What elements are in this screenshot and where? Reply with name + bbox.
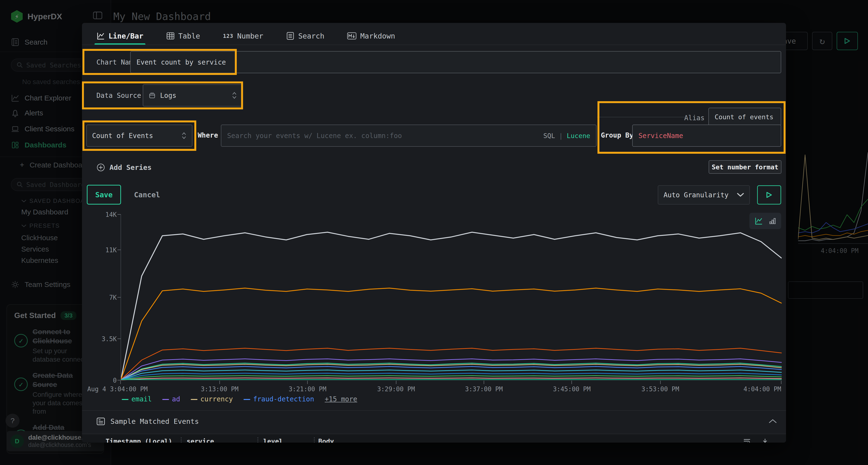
section-divider: [82, 410, 786, 411]
events-table-header: Timestamp (Local) service level Body: [82, 434, 786, 442]
lucene-toggle[interactable]: Lucene: [567, 132, 590, 139]
tab-label: Table: [179, 32, 200, 40]
download-icon[interactable]: [762, 438, 769, 442]
chart-legend: emailadcurrencyfraud-detection+15 more: [122, 395, 357, 403]
column-header-timestamp[interactable]: Timestamp (Local): [105, 437, 172, 442]
x-tick-label: 4:04:00 PM: [743, 386, 781, 393]
chevron-down-icon: [737, 193, 744, 197]
legend-item[interactable]: fraud-detection: [244, 395, 314, 403]
y-tick-label: 7K: [92, 294, 117, 301]
cancel-button[interactable]: Cancel: [131, 185, 163, 204]
legend-item[interactable]: ad: [162, 395, 180, 403]
where-label: Where: [198, 131, 218, 139]
x-tick-label: 3:13:00 PM: [201, 386, 239, 393]
column-separator[interactable]: [257, 437, 258, 442]
tab-label: Search: [298, 32, 324, 40]
select-chevrons-icon: [232, 91, 237, 100]
tab-table[interactable]: Table: [166, 27, 200, 44]
y-tick-label: 14K: [92, 211, 117, 218]
x-tick-label: 3:37:00 PM: [465, 386, 503, 393]
markdown-icon: [347, 32, 356, 39]
x-axis-labels: Aug 4 3:04:00 PM3:13:00 PM3:21:00 PM3:29…: [121, 381, 781, 395]
play-icon: [766, 192, 772, 198]
set-number-format-button[interactable]: Set number format: [709, 160, 781, 174]
group-by-input[interactable]: [632, 125, 781, 147]
search-list-icon: [286, 32, 294, 40]
tab-line-bar[interactable]: Line/Bar: [96, 27, 144, 44]
group-by-label: Group By: [601, 131, 633, 139]
column-header-body[interactable]: Body: [318, 437, 334, 442]
aggregation-select[interactable]: Count of Events: [86, 125, 192, 147]
wrap-lines-icon[interactable]: [743, 438, 751, 442]
add-series-label: Add Series: [110, 163, 152, 171]
alias-input[interactable]: [708, 108, 781, 126]
table-icon: [166, 32, 175, 40]
where-input[interactable]: SQL | Lucene: [221, 125, 596, 147]
column-header-level[interactable]: level: [263, 437, 283, 442]
database-icon: [149, 92, 156, 99]
legend-item[interactable]: currency: [191, 395, 233, 403]
save-button[interactable]: Save: [87, 185, 121, 204]
y-tick-label: 0: [92, 377, 117, 384]
chart-name-input[interactable]: [130, 51, 781, 73]
y-tick-label: 3.5K: [92, 335, 117, 343]
app-root: ⚡ HyperDX Search No saved searches Chart…: [0, 0, 868, 465]
sql-toggle[interactable]: SQL: [543, 132, 555, 139]
alias-connector-line: [597, 117, 685, 117]
y-axis-labels: 14K11K7K3.5K0: [92, 211, 117, 377]
line-chart-icon: [96, 32, 105, 40]
data-source-select[interactable]: Logs: [143, 84, 243, 106]
column-header-service[interactable]: service: [187, 437, 214, 442]
y-tick-label: 11K: [92, 246, 117, 254]
data-source-label: Data Source: [96, 92, 141, 100]
select-chevrons-icon: [181, 132, 187, 140]
x-tick-label: Aug 4 3:04:00 PM: [87, 386, 148, 393]
toggle-separator: |: [559, 132, 563, 139]
collapse-chevron-icon[interactable]: [769, 419, 777, 423]
edit-chart-modal: Line/Bar Table 123 Number Search Markdow…: [82, 23, 786, 442]
x-tick-label: 3:53:00 PM: [641, 386, 679, 393]
number-123-icon: 123: [223, 33, 234, 39]
x-tick-label: 3:45:00 PM: [553, 386, 591, 393]
circle-plus-icon: [96, 163, 105, 172]
chart-name-field[interactable]: [136, 58, 775, 66]
tab-label: Markdown: [360, 32, 395, 40]
granularity-value: Auto Granularity: [663, 191, 733, 199]
column-separator[interactable]: [314, 437, 315, 442]
tab-label: Line/Bar: [108, 32, 144, 40]
tabs-divider: [82, 44, 786, 45]
tab-label: Number: [237, 32, 263, 40]
run-query-button[interactable]: [757, 185, 781, 204]
x-tick-label: 3:21:00 PM: [289, 386, 327, 393]
add-series-button[interactable]: Add Series: [96, 163, 152, 172]
alias-label: Alias: [673, 114, 705, 122]
granularity-select[interactable]: Auto Granularity: [658, 185, 750, 204]
chart-type-tabs: Line/Bar Table 123 Number Search Markdow…: [96, 27, 395, 44]
legend-more-link[interactable]: +15 more: [325, 395, 357, 403]
sample-events-title: Sample Matched Events: [111, 417, 199, 426]
aggregation-value: Count of Events: [92, 132, 177, 140]
where-field[interactable]: [227, 132, 543, 140]
tab-search[interactable]: Search: [286, 27, 324, 44]
sample-events-header[interactable]: Sample Matched Events: [96, 417, 199, 426]
tab-markdown[interactable]: Markdown: [347, 27, 395, 44]
group-by-field[interactable]: [639, 132, 775, 140]
list-icon: [96, 417, 105, 426]
main-chart-plot: [121, 214, 781, 380]
data-source-value: Logs: [160, 92, 227, 100]
tab-number[interactable]: 123 Number: [223, 27, 263, 44]
legend-item[interactable]: email: [122, 395, 152, 403]
column-separator[interactable]: [181, 437, 182, 442]
x-tick-label: 3:29:00 PM: [377, 386, 415, 393]
alias-field[interactable]: [715, 113, 775, 121]
